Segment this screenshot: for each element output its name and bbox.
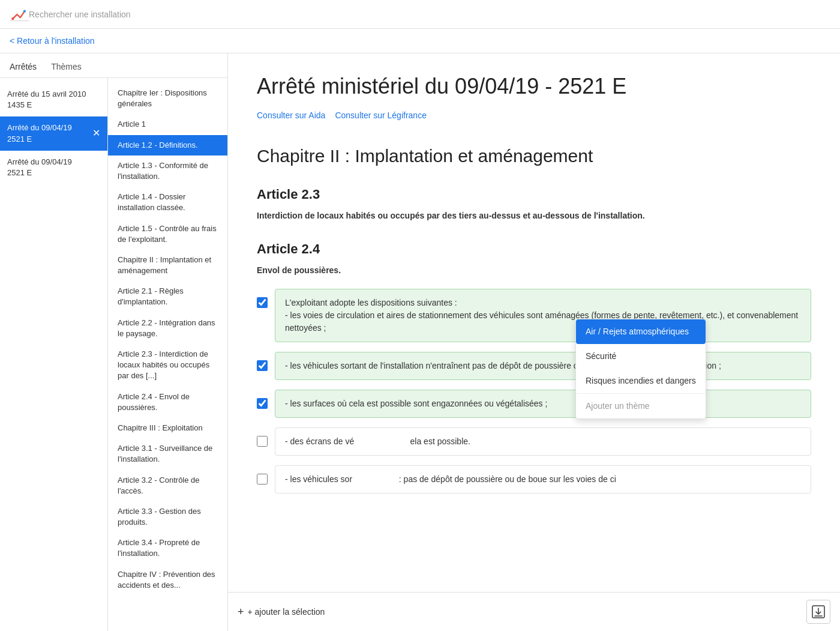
- provision-row: L'exploitant adopte les dispositions sui…: [257, 289, 811, 342]
- provision-checkbox-3[interactable]: [257, 398, 268, 409]
- provision-checkbox-4[interactable]: [257, 436, 268, 447]
- article-item[interactable]: Article 1.3 - Conformité de l'installati…: [108, 155, 227, 187]
- doc-links: Consulter sur Aida Consulter sur Légifra…: [257, 110, 811, 120]
- article-item[interactable]: Article 3.1 - Surveillance de l'installa…: [108, 438, 227, 469]
- article-item[interactable]: Article 2.4 - Envol de poussières.: [108, 387, 227, 418]
- app-logo: [10, 5, 29, 24]
- provision-text-4: - des écrans de vé ela est possible. Air…: [275, 427, 811, 456]
- dropdown-item-air[interactable]: Air / Rejets atmosphériques: [576, 319, 706, 344]
- article-24-title: Article 2.4: [257, 241, 811, 257]
- provision-checkbox-1[interactable]: [257, 297, 268, 308]
- provision-row: - des écrans de vé ela est possible. Air…: [257, 427, 811, 456]
- article-24-subtitle: Envol de poussières.: [257, 264, 811, 277]
- article-item[interactable]: Chapitre IV : Prévention des accidents e…: [108, 564, 227, 596]
- article-item[interactable]: Article 1.4 - Dossier installation class…: [108, 187, 227, 218]
- provision-row: - les surfaces où cela est possible sont…: [257, 390, 811, 418]
- provision-text-3: - les surfaces où cela est possible sont…: [275, 390, 811, 418]
- article-item-active[interactable]: Article 1.2 - Définitions.: [108, 135, 227, 155]
- main-content: Arrêté ministériel du 09/04/19 - 2521 E …: [228, 53, 840, 592]
- article-item[interactable]: Article 3.3 - Gestion des produits.: [108, 501, 227, 533]
- tab-themes[interactable]: Thèmes: [49, 58, 84, 77]
- article-item[interactable]: Article 2.2 - Intégration dans le paysag…: [108, 313, 227, 344]
- article-item[interactable]: Article 2.3 - Interdiction de locaux hab…: [108, 344, 227, 387]
- back-link[interactable]: < Retour à l'installation: [0, 29, 840, 53]
- arretes-list: Arrêté du 15 avril 20101435 E Arrêté du …: [0, 78, 108, 631]
- svg-point-2: [23, 10, 26, 12]
- sidebar-inner: Arrêté du 15 avril 20101435 E Arrêté du …: [0, 78, 227, 631]
- article-item[interactable]: Article 2.1 - Règles d'implantation.: [108, 281, 227, 312]
- provision-row: - les véhicules sor : pas de dépôt de po…: [257, 465, 811, 494]
- articles-list: Chapitre Ier : Dispositions générales Ar…: [108, 78, 227, 631]
- link-aida[interactable]: Consulter sur Aida: [257, 110, 325, 120]
- provision-text-1: L'exploitant adopte les dispositions sui…: [275, 289, 811, 342]
- provision-text-2: - les véhicules sortant de l'installatio…: [275, 352, 811, 380]
- svg-rect-0: [10, 5, 29, 24]
- doc-title: Arrêté ministériel du 09/04/19 - 2521 E: [257, 73, 811, 101]
- download-button[interactable]: [806, 600, 830, 624]
- arrete-item[interactable]: Arrêté du 09/04/192521 E: [0, 151, 107, 184]
- article-item[interactable]: Article 1.5 - Contrôle au frais de l'exp…: [108, 219, 227, 250]
- provisions-list: L'exploitant adopte les dispositions sui…: [257, 289, 811, 494]
- chapter-title: Chapitre II : Implantation et aménagemen…: [257, 144, 811, 168]
- tab-arretes[interactable]: Arrêtés: [7, 58, 39, 77]
- dropdown-item-risques[interactable]: Risques incendies et dangers: [576, 369, 706, 393]
- provision-checkbox-2[interactable]: [257, 360, 268, 371]
- provision-row: - les véhicules sortant de l'installatio…: [257, 352, 811, 380]
- article-23-title: Article 2.3: [257, 187, 811, 202]
- provision-checkbox-5[interactable]: [257, 474, 268, 485]
- arrete-item[interactable]: Arrêté du 15 avril 20101435 E: [0, 83, 107, 116]
- provision-text-5: - les véhicules sor : pas de dépôt de po…: [275, 465, 811, 494]
- article-item[interactable]: Chapitre III : Exploitation: [108, 418, 227, 438]
- theme-dropdown: Air / Rejets atmosphériques Sécurité Ris…: [575, 319, 706, 419]
- arrete-item-active[interactable]: Arrêté du 09/04/192521 E ✕: [0, 116, 107, 150]
- svg-point-1: [11, 17, 14, 19]
- header: Rechercher une installation: [0, 0, 840, 29]
- dropdown-add-theme[interactable]: Ajouter un thème: [576, 393, 706, 418]
- article-23-subtitle: Interdiction de locaux habités ou occupé…: [257, 210, 811, 222]
- link-legifrance[interactable]: Consulter sur Légifrance: [335, 110, 427, 120]
- add-selection-icon: +: [238, 606, 244, 618]
- dropdown-item-securite[interactable]: Sécurité: [576, 344, 706, 369]
- download-icon: [812, 605, 825, 618]
- article-item[interactable]: Chapitre Ier : Dispositions générales: [108, 83, 227, 114]
- article-item[interactable]: Article 1: [108, 114, 227, 134]
- sidebar: Arrêtés Thèmes Arrêté du 15 avril 201014…: [0, 53, 228, 631]
- article-item[interactable]: Article 3.4 - Propreté de l'installation…: [108, 533, 227, 564]
- close-icon[interactable]: ✕: [92, 127, 100, 140]
- article-item[interactable]: Article 3.2 - Contrôle de l'accès.: [108, 470, 227, 501]
- add-selection-label: + ajouter la sélection: [248, 607, 325, 617]
- article-item[interactable]: Chapitre II : Implantation et aménagemen…: [108, 250, 227, 281]
- main-layout: Arrêtés Thèmes Arrêté du 15 avril 201014…: [0, 53, 840, 631]
- add-selection-button[interactable]: + + ajouter la sélection: [238, 606, 325, 618]
- content-area: Arrêté ministériel du 09/04/19 - 2521 E …: [228, 53, 840, 631]
- sidebar-tabs: Arrêtés Thèmes: [0, 53, 227, 78]
- arrete-item-label: Arrêté du 09/04/192521 E: [7, 122, 72, 144]
- search-placeholder[interactable]: Rechercher une installation: [29, 10, 131, 19]
- bottom-bar: + + ajouter la sélection: [228, 592, 840, 631]
